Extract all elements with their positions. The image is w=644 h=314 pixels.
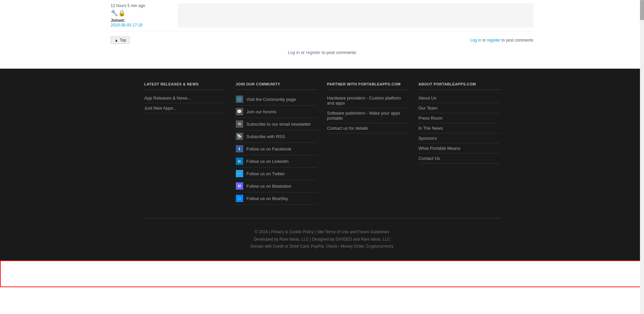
comment-block: 12 hours 5 min ago 🔧🔒 Joined: 2010-06-05… [111, 0, 533, 31]
top-section: 12 hours 5 min ago 🔧🔒 Joined: 2010-06-05… [0, 0, 644, 69]
hardware-link[interactable]: Hardware providers - Custom platform and… [327, 93, 409, 108]
footer: LATEST RELEASES & NEWS App Releases & Ne… [0, 69, 644, 260]
contact-details-link[interactable]: Contact us for details [327, 123, 409, 133]
list-item: What Portable Means [419, 143, 500, 153]
top-button[interactable]: ▲ Top [111, 37, 130, 44]
press-room-link[interactable]: Press Room [419, 113, 500, 123]
list-item: Sponsors [419, 133, 500, 143]
contact-us-link[interactable]: Contact Us [419, 153, 500, 163]
in-the-news-link[interactable]: In The News [419, 123, 500, 133]
list-item: Software publishers - Make your apps por… [327, 108, 409, 123]
globe-icon: 🌐 [236, 96, 243, 103]
mastodon-link[interactable]: Follow us on Mastodon [247, 184, 291, 189]
twitter-link[interactable]: Follow us on Twitter [247, 171, 285, 176]
joined-label: Joined: [111, 18, 125, 23]
mastodon-icon: M [236, 182, 243, 190]
linkedin-icon: in [236, 158, 243, 165]
scrollbar-thumb[interactable] [640, 0, 644, 20]
forums-link[interactable]: Join our forums [247, 109, 277, 114]
login-text-right: Log in or register to post comments [470, 38, 533, 43]
footer-col-partner: PARTNER WITH PORTABLEAPPS.COM Hardware p… [327, 82, 409, 205]
rss-link[interactable]: Subscribe with RSS [247, 134, 285, 139]
community-item: 🐦 Follow us on Twitter [236, 168, 317, 180]
donate-text: Donate with Credit or Debit Card, PayPal… [144, 243, 500, 250]
footer-col-releases: LATEST RELEASES & NEWS App Releases & Ne… [144, 82, 226, 205]
linkedin-link[interactable]: Follow us on LinkedIn [247, 159, 289, 164]
about-heading: ABOUT PORTABLEAPPS.COM [419, 82, 500, 90]
community-item: 🌐 Visit the Community page [236, 93, 317, 106]
community-item: ✉ Subscribe to our email newsletter [236, 118, 317, 130]
user-info: 12 hours 5 min ago 🔧🔒 Joined: 2010-06-05… [111, 3, 178, 27]
list-item: About Us [419, 93, 500, 103]
community-list: 🌐 Visit the Community page 💬 Join our fo… [236, 93, 317, 205]
community-item: f Follow us on Facebook [236, 143, 317, 155]
community-item: M Follow us on Mastodon [236, 180, 317, 192]
copyright-text: © 2024 | Privacy & Cookie Policy | Site … [144, 229, 500, 236]
list-item: In The News [419, 123, 500, 133]
log-in-link-bottom[interactable]: Log in [288, 50, 300, 55]
log-in-section: Log in or register to post comments [111, 47, 533, 62]
list-item: Our Team [419, 103, 500, 113]
top-bar: ▲ Top Log in or register to post comment… [111, 34, 533, 47]
sponsors-link[interactable]: Sponsors [419, 133, 500, 143]
list-item: App Releases & News... [144, 93, 226, 103]
register-link-right[interactable]: register [487, 38, 500, 43]
community-heading: JOIN OUR COMMUNITY [236, 82, 317, 90]
community-page-link[interactable]: Visit the Community page [247, 97, 296, 102]
what-portable-means-link[interactable]: What Portable Means [419, 143, 500, 153]
our-team-link[interactable]: Our Team [419, 103, 500, 113]
footer-divider [144, 218, 500, 218]
releases-list: App Releases & News... Just New Apps... [144, 93, 226, 113]
developed-text: Developed by Rare Ideas, LLC | Designed … [144, 236, 500, 243]
partner-list: Hardware providers - Custom platform and… [327, 93, 409, 133]
facebook-link[interactable]: Follow us on Facebook [247, 146, 291, 151]
footer-col-community: JOIN OUR COMMUNITY 🌐 Visit the Community… [236, 82, 317, 205]
community-item: 📡 Subscribe with RSS [236, 130, 317, 143]
bluesky-link[interactable]: Follow us on BlueSky [247, 196, 288, 201]
footer-col-about: ABOUT PORTABLEAPPS.COM About Us Our Team… [419, 82, 500, 205]
software-link[interactable]: Software publishers - Make your apps por… [327, 108, 409, 123]
up-arrow-icon: ▲ [114, 38, 118, 43]
list-item: Just New Apps... [144, 103, 226, 113]
app-releases-link[interactable]: App Releases & News... [144, 93, 226, 103]
list-item: Press Room [419, 113, 500, 123]
about-us-link[interactable]: About Us [419, 93, 500, 103]
time-ago: 12 hours 5 min ago [111, 3, 174, 8]
community-item: 💬 Join our forums [236, 106, 317, 118]
comment-content [178, 3, 533, 27]
list-item: Contact us for details [327, 123, 409, 133]
partner-heading: PARTNER WITH PORTABLEAPPS.COM [327, 82, 409, 90]
email-icon: ✉ [236, 120, 243, 128]
about-list: About Us Our Team Press Room In The News… [419, 93, 500, 164]
scrollbar-track[interactable] [640, 0, 644, 287]
bluesky-icon: ⬡ [236, 195, 243, 202]
top-button-label: Top [120, 38, 126, 43]
joined-date[interactable]: 2010-06-05 17:19 [111, 23, 143, 27]
community-item: ⬡ Follow us on BlueSky [236, 192, 317, 205]
register-link-bottom[interactable]: register [306, 50, 320, 55]
rss-icon: 📡 [236, 133, 243, 140]
list-item: Hardware providers - Custom platform and… [327, 93, 409, 108]
just-new-apps-link[interactable]: Just New Apps... [144, 103, 226, 113]
forum-icon: 💬 [236, 108, 243, 115]
newsletter-link[interactable]: Subscribe to our email newsletter [247, 122, 311, 127]
releases-heading: LATEST RELEASES & NEWS [144, 82, 226, 90]
facebook-icon: f [236, 145, 243, 152]
log-in-link-right[interactable]: Log in [470, 38, 481, 43]
twitter-icon: 🐦 [236, 170, 243, 177]
list-item: Contact Us [419, 153, 500, 164]
footer-bottom: © 2024 | Privacy & Cookie Policy | Site … [144, 222, 500, 254]
red-outline-box [0, 260, 644, 287]
footer-grid: LATEST RELEASES & NEWS App Releases & Ne… [144, 82, 500, 215]
community-item: in Follow us on LinkedIn [236, 155, 317, 168]
tools-icons: 🔧🔒 [111, 9, 174, 17]
